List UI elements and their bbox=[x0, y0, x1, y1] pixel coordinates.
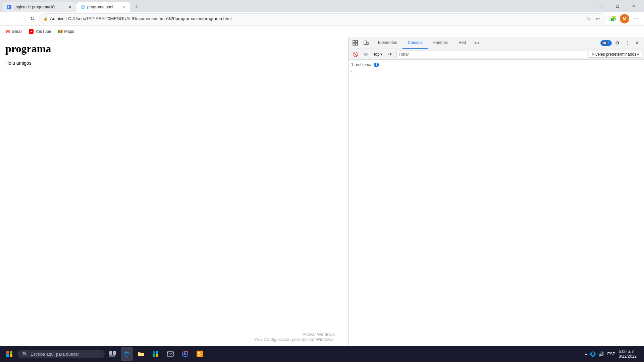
page-body-text: Hola amigos bbox=[5, 60, 343, 66]
page-heading: programa bbox=[5, 43, 343, 55]
svg-rect-10 bbox=[356, 43, 358, 45]
devtools-tabs-more[interactable]: >> bbox=[471, 37, 482, 49]
taskbar-store-app[interactable] bbox=[149, 347, 162, 361]
taskview-button[interactable] bbox=[106, 347, 119, 361]
new-tab-button[interactable]: + bbox=[131, 2, 141, 12]
devtools-top-label: top bbox=[374, 52, 380, 57]
activate-line2: Ve a Configuración para activar Windows. bbox=[254, 337, 335, 342]
taskbar-edge-app[interactable] bbox=[121, 347, 133, 361]
svg-rect-24 bbox=[156, 351, 158, 354]
devtools-header: Elementos Consola Fuentes Red >> 🔲 1 ⚙ ⋮… bbox=[348, 37, 644, 49]
svg-rect-18 bbox=[109, 351, 112, 355]
tray-clock[interactable]: 5:09 p. m. 8/12/2022 bbox=[619, 349, 637, 359]
svg-rect-9 bbox=[353, 43, 355, 45]
devtools-settings-button[interactable]: ⚙ bbox=[612, 38, 622, 48]
tray-arrow-icon[interactable]: ∧ bbox=[585, 352, 587, 356]
devtools-problems-badge: 1 bbox=[374, 63, 379, 67]
restore-button[interactable]: ◻ bbox=[610, 0, 625, 12]
svg-rect-12 bbox=[367, 42, 368, 45]
devtools-close-button[interactable]: ✕ bbox=[633, 38, 642, 48]
tray-date: 8/12/2022 bbox=[619, 354, 637, 359]
devtools-console-arrow[interactable]: › bbox=[348, 68, 644, 76]
devtools-tabs: Elementos Consola Fuentes Red >> bbox=[373, 37, 598, 49]
address-bar[interactable]: 🔒 Archivo | C:/Users/TAPIAS%20MENGUAL/Do… bbox=[39, 13, 606, 24]
devtools-levels-label: Niveles predeterminados bbox=[592, 52, 636, 57]
tab2-close-button[interactable]: ✕ bbox=[121, 4, 126, 10]
show-desktop-button[interactable] bbox=[639, 347, 641, 361]
svg-rect-26 bbox=[156, 354, 158, 357]
extension-button[interactable]: 🧩 bbox=[608, 13, 619, 24]
tab1-close-button[interactable]: ✕ bbox=[67, 4, 72, 10]
devtools-clear-button[interactable]: 🚫 bbox=[351, 50, 360, 59]
start-button[interactable] bbox=[3, 347, 16, 361]
taskbar-fileexplorer-app[interactable] bbox=[134, 347, 148, 361]
svg-rect-11 bbox=[364, 41, 367, 45]
address-protocol: Archivo | C:/Users/TAPIAS%20MENGUAL/Docu… bbox=[50, 16, 583, 21]
tray-volume-icon[interactable]: 🔊 bbox=[598, 351, 604, 357]
svg-rect-27 bbox=[167, 352, 173, 356]
tray-icons: ∧ 🌐 🔊 bbox=[585, 351, 604, 357]
devtools-levels-dropdown[interactable]: Niveles predeterminados ▾ bbox=[589, 51, 642, 58]
taskbar-mail-app[interactable] bbox=[164, 347, 177, 361]
devtools-filter-input[interactable] bbox=[396, 51, 588, 58]
tab1-title: Lógica de programación: Primer... bbox=[13, 5, 65, 9]
taskbar-sublime-app[interactable]: S bbox=[193, 347, 207, 361]
tab-logica[interactable]: L Lógica de programación: Primer... ✕ bbox=[3, 2, 76, 12]
svg-marker-6 bbox=[61, 29, 62, 33]
maps-icon bbox=[58, 29, 63, 34]
profile-avatar[interactable]: M bbox=[620, 14, 629, 23]
lock-icon: 🔒 bbox=[43, 16, 48, 21]
bookmark-gmail[interactable]: Gmail bbox=[3, 28, 25, 35]
tab-programa[interactable]: 🌐 programa.html ✕ bbox=[76, 2, 130, 12]
tray-time: 5:09 p. m. bbox=[619, 349, 637, 354]
devtools-forbid-button[interactable]: ⊘ bbox=[361, 50, 371, 59]
svg-text:S: S bbox=[198, 351, 201, 357]
bookmark-star-button[interactable]: ☆ bbox=[585, 15, 593, 23]
bookmarks-bar: Gmail YouTube Maps bbox=[0, 26, 644, 37]
user-menu-button[interactable]: M bbox=[619, 13, 630, 24]
settings-button[interactable]: ⋯ bbox=[631, 13, 641, 24]
svg-marker-4 bbox=[58, 29, 59, 33]
reload-button[interactable]: ↻ bbox=[27, 13, 38, 24]
page-content: programa Hola amigos Activar Windows Ve … bbox=[0, 37, 348, 362]
split-screen-button[interactable]: ▭ bbox=[594, 15, 602, 23]
devtools-tab-elementos[interactable]: Elementos bbox=[373, 37, 402, 49]
tray-language[interactable]: ESP bbox=[606, 352, 617, 356]
devtools-more-button[interactable]: ⋮ bbox=[623, 38, 632, 48]
devtools-content: 1 problema: 1 › bbox=[348, 60, 644, 362]
tray-network-icon[interactable]: 🌐 bbox=[590, 351, 596, 357]
gmail-icon bbox=[5, 29, 10, 34]
protocol-label: Archivo bbox=[50, 16, 64, 21]
taskbar-search[interactable]: 🔍 Escribe aquí para buscar bbox=[17, 350, 105, 358]
taskbar-search-text: Escribe aquí para buscar bbox=[31, 352, 79, 357]
bookmark-maps[interactable]: Maps bbox=[55, 28, 77, 35]
youtube-icon bbox=[29, 29, 34, 34]
taskbar-chrome-app[interactable] bbox=[178, 347, 192, 361]
tab1-favicon: L bbox=[7, 5, 11, 9]
tab2-title: programa.html bbox=[87, 5, 119, 9]
nav-bar: ← → ↻ 🔒 Archivo | C:/Users/TAPIAS%20MENG… bbox=[0, 12, 644, 26]
minimize-button[interactable]: — bbox=[594, 0, 609, 12]
devtools-right-icons: 🔲 1 ⚙ ⋮ ✕ bbox=[598, 38, 644, 48]
bookmark-youtube[interactable]: YouTube bbox=[26, 28, 54, 35]
forward-button[interactable]: → bbox=[15, 13, 25, 24]
bookmark-youtube-label: YouTube bbox=[35, 29, 51, 34]
back-button[interactable]: ← bbox=[3, 13, 13, 24]
devtools-device-button[interactable] bbox=[361, 38, 371, 48]
devtools-problems-bar: 1 problema: 1 bbox=[348, 61, 644, 68]
address-separator: | bbox=[66, 16, 68, 21]
devtools-tab-red[interactable]: Red bbox=[453, 37, 471, 49]
close-button[interactable]: ✕ bbox=[626, 0, 641, 12]
svg-rect-19 bbox=[113, 351, 116, 355]
devtools-inspect-button[interactable] bbox=[351, 38, 360, 48]
devtools-eye-button[interactable]: 👁 bbox=[386, 50, 395, 59]
devtools-top-dropdown[interactable]: top ▾ bbox=[372, 51, 384, 57]
devtools-tab-fuentes[interactable]: Fuentes bbox=[428, 37, 453, 49]
devtools-panel: Elementos Consola Fuentes Red >> 🔲 1 ⚙ ⋮… bbox=[348, 37, 644, 362]
content-area: programa Hola amigos Activar Windows Ve … bbox=[0, 37, 644, 362]
svg-point-29 bbox=[184, 353, 186, 355]
activate-line1: Activar Windows bbox=[254, 332, 335, 337]
address-right-icons: ☆ ▭ bbox=[585, 15, 602, 23]
devtools-badge: 🔲 1 bbox=[600, 40, 612, 46]
devtools-tab-consola[interactable]: Consola bbox=[402, 37, 428, 49]
